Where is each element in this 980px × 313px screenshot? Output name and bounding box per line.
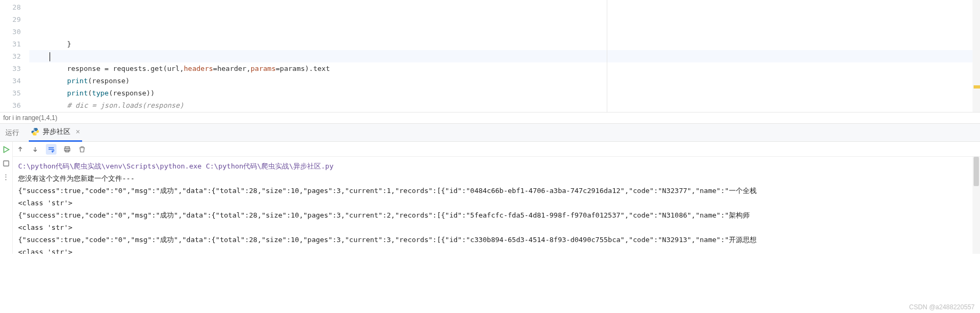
close-icon[interactable]: × bbox=[76, 127, 80, 136]
output-line: <class 'str'> bbox=[18, 246, 975, 254]
code-line[interactable]: print(type(response)) bbox=[29, 87, 980, 99]
code-line[interactable] bbox=[29, 50, 980, 62]
rerun-icon[interactable] bbox=[2, 145, 11, 154]
output-line: 您没有这个文件为您新建一个文件--- bbox=[18, 172, 975, 184]
editor-scrollbar[interactable] bbox=[973, 0, 980, 112]
code-editor[interactable]: 28293031323334353637 } response = reques… bbox=[0, 0, 980, 112]
command-line: C:\python代码\爬虫实战\venv\Scripts\python.exe… bbox=[18, 160, 975, 172]
python-file-icon bbox=[31, 127, 39, 136]
code-line[interactable]: response = requests.get(url,headers=hear… bbox=[29, 62, 980, 75]
line-gutter: 28293031323334353637 bbox=[0, 0, 29, 112]
soft-wrap-icon[interactable] bbox=[46, 144, 57, 155]
text-cursor bbox=[50, 52, 50, 61]
code-line[interactable]: # # print(dic) bbox=[29, 111, 980, 112]
code-line[interactable]: # dic = json.loads(response) bbox=[29, 99, 980, 111]
console-left-toolbar: ⋮ bbox=[0, 142, 13, 254]
run-tab-label: 异步社区 bbox=[43, 127, 70, 137]
code-line[interactable]: print(response) bbox=[29, 75, 980, 87]
code-line[interactable]: } bbox=[29, 38, 980, 50]
console-top-toolbar bbox=[13, 142, 980, 157]
run-tool-window-tabs: 运行 异步社区 × bbox=[0, 124, 980, 142]
output-line: {"success":true,"code":"0","msg":"成功","d… bbox=[18, 209, 975, 221]
output-line: <class 'str'> bbox=[18, 221, 975, 234]
console-scrollbar[interactable] bbox=[973, 157, 980, 254]
stop-icon[interactable] bbox=[2, 159, 11, 167]
output-line: {"success":true,"code":"0","msg":"成功","d… bbox=[18, 234, 975, 246]
console-output[interactable]: C:\python代码\爬虫实战\venv\Scripts\python.exe… bbox=[13, 157, 980, 254]
console-scrollbar-thumb[interactable] bbox=[974, 157, 979, 186]
code-content[interactable]: } response = requests.get(url,headers=he… bbox=[29, 0, 980, 112]
scroll-up-icon[interactable] bbox=[16, 145, 25, 154]
svg-rect-0 bbox=[4, 160, 9, 166]
delete-icon[interactable] bbox=[78, 145, 86, 154]
breadcrumb[interactable]: for i in range(1,4,1) bbox=[0, 112, 980, 124]
print-icon[interactable] bbox=[63, 145, 71, 154]
output-line: <class 'str'> bbox=[18, 197, 975, 209]
more-options-icon[interactable]: ⋮ bbox=[2, 173, 11, 181]
warning-marker[interactable] bbox=[974, 85, 980, 89]
run-tab-active[interactable]: 异步社区 × bbox=[29, 124, 82, 142]
right-margin-line bbox=[607, 0, 607, 112]
run-panel-label: 运行 bbox=[5, 128, 19, 138]
scroll-down-icon[interactable] bbox=[31, 145, 39, 154]
output-line: {"success":true,"code":"0","msg":"成功","d… bbox=[18, 184, 975, 197]
console-panel: ⋮ C:\python代码\爬虫实战\venv\Scripts\python.e… bbox=[0, 142, 980, 254]
